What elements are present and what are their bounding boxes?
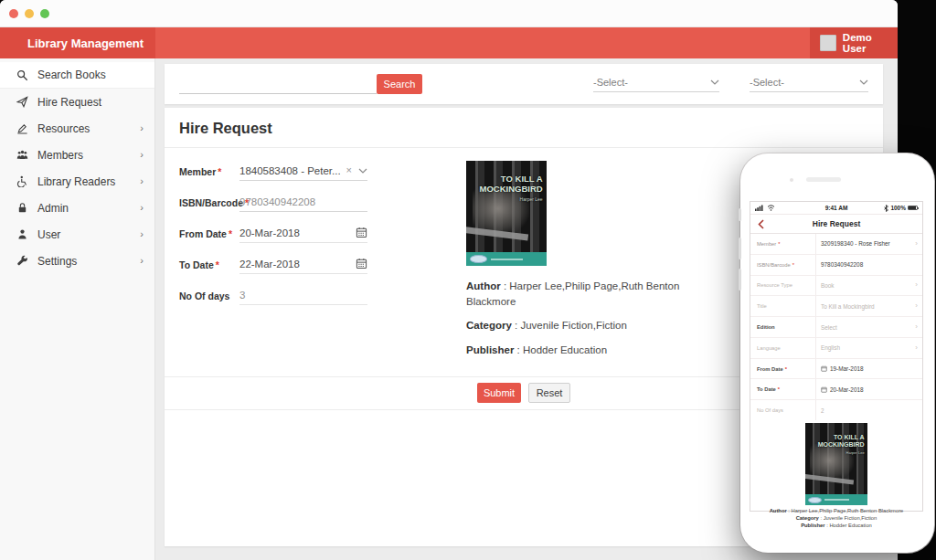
user-name: Demo User <box>843 32 898 54</box>
members-icon <box>16 149 28 161</box>
cover-rail <box>466 226 528 240</box>
submit-button[interactable]: Submit <box>477 383 521 403</box>
filters: -Select- -Select- <box>593 77 868 92</box>
to-date-input[interactable]: 22-Mar-2018 <box>239 258 367 274</box>
phone-clock: 9:41 AM <box>795 205 878 211</box>
search-button[interactable]: Search <box>377 74 422 94</box>
clear-icon[interactable]: × <box>346 165 352 175</box>
signal-icon <box>755 205 765 211</box>
bluetooth-icon <box>884 205 888 212</box>
minimize-window-button[interactable] <box>25 9 34 18</box>
page-title: Hire Request <box>165 108 883 148</box>
sidebar-item-resources[interactable]: Resources › <box>0 115 154 142</box>
sidebar-item-user[interactable]: User › <box>0 221 154 248</box>
sidebar-item-label: Members <box>37 149 140 162</box>
phone-form: Member* 3209198340 - Rose Fisher › ISBN/… <box>750 234 922 420</box>
chevron-right-icon: › <box>915 344 918 352</box>
days-input[interactable]: 3 <box>239 290 367 305</box>
search-toolbar: Search -Select- -Select- <box>165 64 883 104</box>
book-category: Category : Juvenile Fiction,Fiction <box>466 318 690 333</box>
phone-volume-down-button <box>739 269 741 291</box>
required-mark: * <box>229 228 232 239</box>
chevron-right-icon: › <box>140 256 144 266</box>
isbn-value: 9780340942208 <box>239 196 315 207</box>
phone-book-author: Author : Harper Lee,Philip Page,Ruth Ben… <box>750 507 922 514</box>
back-chevron-icon <box>758 219 764 229</box>
calendar-icon <box>821 386 827 393</box>
filter-select-1[interactable]: -Select- <box>593 77 719 92</box>
from-date-label: From Date <box>179 228 227 239</box>
book-cover-image: TO KILL A MOCKINGBIRD Harper Lee <box>466 161 547 266</box>
user-menu[interactable]: Demo User <box>810 27 898 58</box>
phone-nav-bar: Hire Request <box>750 215 922 234</box>
chevron-right-icon: › <box>140 176 144 186</box>
phone-book-publisher: Publisher : Hodder Education <box>750 522 922 529</box>
to-date-value: 22-Mar-2018 <box>239 259 300 269</box>
chevron-right-icon: › <box>915 323 918 331</box>
maximize-window-button[interactable] <box>40 9 49 18</box>
app-title: Library Management <box>0 27 155 58</box>
phone-book-cover-image: TO KILL A MOCKINGBIRD Harper Lee <box>805 423 867 505</box>
search-icon <box>16 69 28 81</box>
phone-title-row: Title To Kill a Mockingbird › <box>750 296 922 317</box>
phone-mockup: 9:41 AM 100% Hire Request Member* 320919… <box>740 153 934 553</box>
window-titlebar <box>0 0 898 27</box>
sidebar: Search Books Hire Request Resources › Me… <box>0 58 155 560</box>
book-author: Author : Harper Lee,Philip Page,Ruth Ben… <box>466 279 690 309</box>
wifi-icon <box>767 205 775 211</box>
reset-button[interactable]: Reset <box>528 383 570 403</box>
close-window-button[interactable] <box>9 9 18 18</box>
phone-from-date-row: From Date* 19-Mar-2018 <box>750 359 922 380</box>
cover-title-line2: MOCKINGBIRD <box>479 185 542 195</box>
sidebar-item-admin[interactable]: Admin › <box>0 195 154 221</box>
sidebar-item-settings[interactable]: Settings › <box>0 248 154 274</box>
phone-book-category: Category : Juvenile Fiction,Fiction <box>750 514 922 522</box>
sidebar-item-library-readers[interactable]: Library Readers › <box>0 168 154 195</box>
from-date-value: 20-Mar-2018 <box>239 227 300 238</box>
phone-book-details: TO KILL A MOCKINGBIRD Harper Lee Author … <box>750 420 922 529</box>
phone-camera <box>790 178 793 182</box>
lock-icon <box>16 202 28 214</box>
days-field-row: No Of days 3 <box>179 285 417 309</box>
filter-select-2[interactable]: -Select- <box>750 77 868 92</box>
phone-language-row: Language English › <box>750 338 922 359</box>
to-date-label: To Date <box>179 259 214 270</box>
from-date-input[interactable]: 20-Mar-2018 <box>239 227 367 243</box>
search-input[interactable] <box>179 75 377 94</box>
paper-plane-icon <box>16 96 28 108</box>
app-header: Library Management Demo User <box>0 27 898 58</box>
calendar-icon[interactable] <box>356 258 367 269</box>
member-select[interactable]: 1840583408 - Peter... × <box>239 165 367 181</box>
sidebar-item-label: User <box>37 228 140 241</box>
phone-speaker <box>806 177 841 182</box>
sidebar-item-members[interactable]: Members › <box>0 142 154 168</box>
phone-edition-row: Edition Select › <box>750 317 922 338</box>
chevron-right-icon: › <box>140 150 144 160</box>
avatar <box>820 35 836 51</box>
sidebar-item-label: Library Readers <box>37 175 140 188</box>
sidebar-item-search-books[interactable]: Search Books <box>0 62 154 89</box>
phone-isbn-row: ISBN/Barcode* 9780340942208 <box>750 255 922 276</box>
publisher-logo <box>470 255 486 263</box>
sidebar-item-label: Settings <box>37 255 140 268</box>
chevron-down-icon <box>358 168 367 174</box>
to-date-field-row: To Date* 22-Mar-2018 <box>179 254 417 278</box>
phone-member-row: Member* 3209198340 - Rose Fisher › <box>750 234 922 255</box>
header-spacer <box>155 27 810 58</box>
phone-page-title: Hire Request <box>813 219 860 228</box>
calendar-icon[interactable] <box>356 227 367 238</box>
phone-volume-up-button <box>739 238 741 259</box>
sidebar-item-hire-request[interactable]: Hire Request <box>0 89 154 115</box>
phone-resource-type-row: Resource Type Book › <box>750 276 922 297</box>
sidebar-item-label: Admin <box>37 202 140 215</box>
chevron-right-icon: › <box>915 240 918 248</box>
from-date-field-row: From Date* 20-Mar-2018 <box>179 223 417 247</box>
isbn-input[interactable]: 9780340942208 <box>239 196 367 212</box>
days-label: No Of days <box>179 291 229 301</box>
phone-screen: 9:41 AM 100% Hire Request Member* 320919… <box>750 201 923 512</box>
phone-status-bar: 9:41 AM 100% <box>750 202 922 215</box>
sidebar-item-label: Search Books <box>37 69 144 81</box>
chevron-down-icon <box>859 79 868 85</box>
battery-percent: 100% <box>890 205 906 211</box>
chevron-down-icon <box>710 79 719 85</box>
